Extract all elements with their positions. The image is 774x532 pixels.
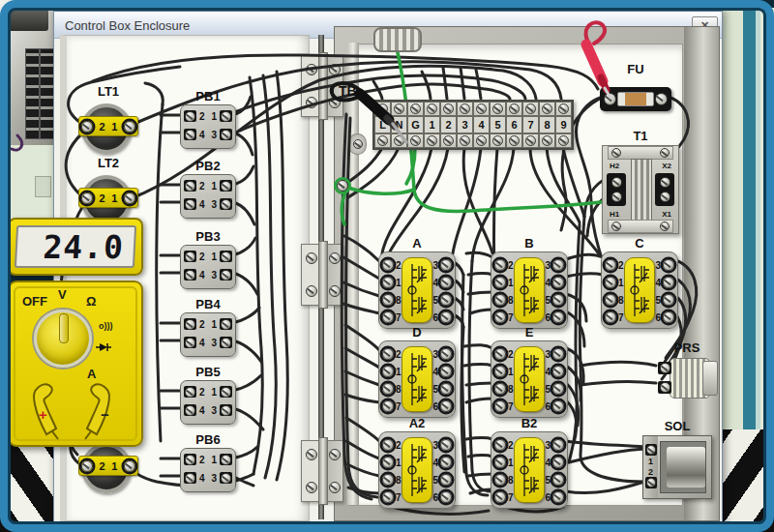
terminal-screw[interactable] — [605, 311, 616, 323]
terminal-screw[interactable] — [221, 455, 231, 465]
tb-screw[interactable] — [476, 103, 487, 114]
terminal-screw[interactable] — [221, 338, 231, 348]
terminal-screw[interactable] — [494, 311, 506, 323]
relay-e[interactable]: E 2 1 8 7 3 4 5 6 — [491, 340, 568, 418]
terminal-screw[interactable] — [124, 121, 135, 133]
terminal-screw[interactable] — [382, 366, 394, 377]
pushbutton-pb6[interactable]: PB6 21 43 — [180, 448, 236, 492]
tb-screw[interactable] — [427, 103, 437, 114]
terminal-screw[interactable] — [494, 383, 506, 395]
tb-screw[interactable] — [542, 135, 552, 146]
pushbutton-pb1[interactable]: PB1 21 43 — [180, 104, 236, 149]
pushbutton-pb5[interactable]: PB5 21 43 — [180, 380, 236, 425]
tb-screw[interactable] — [394, 135, 404, 146]
tb-screw[interactable] — [427, 135, 437, 146]
multimeter-body[interactable]: OFF V Ω o))) A + − — [8, 281, 143, 447]
terminal-screw[interactable] — [440, 439, 452, 451]
x-terminals[interactable] — [655, 173, 674, 206]
terminal-screw[interactable] — [185, 387, 195, 398]
terminal-screw[interactable] — [185, 199, 195, 210]
terminal-screw[interactable] — [646, 445, 656, 455]
terminal-screw[interactable] — [605, 277, 616, 288]
terminal-screw[interactable] — [185, 338, 195, 348]
ground-screw[interactable] — [337, 180, 348, 192]
terminal-screw[interactable] — [494, 348, 506, 360]
indicator-light-bottom[interactable]: 21 — [81, 443, 135, 493]
terminal-screw[interactable] — [382, 383, 394, 395]
relay-a2[interactable]: A2 2 1 8 7 3 4 5 6 — [378, 431, 456, 509]
terminal-screw[interactable] — [221, 405, 231, 416]
terminal-screw[interactable] — [440, 474, 452, 486]
pushbutton-pb3[interactable]: PB3 21 43 — [180, 245, 236, 289]
relay-b[interactable]: B 2 1 8 7 3 4 5 6 — [491, 251, 568, 329]
terminal-screw[interactable] — [552, 294, 564, 306]
terminal-screw[interactable] — [494, 277, 506, 288]
terminal-screw[interactable] — [494, 400, 506, 412]
solenoid-sol[interactable]: SOL 1 2 — [642, 435, 712, 499]
tb-screw[interactable] — [410, 103, 421, 114]
terminal-screw[interactable] — [185, 270, 195, 281]
terminal-screw[interactable] — [221, 181, 231, 192]
terminal-screw[interactable] — [221, 387, 231, 398]
terminal-screw[interactable] — [185, 130, 195, 140]
terminal-screw[interactable] — [440, 366, 452, 377]
terminal-screw[interactable] — [81, 192, 93, 204]
terminal-screw[interactable] — [185, 473, 195, 484]
fuse-fu[interactable]: FU — [600, 87, 671, 111]
terminal-screw[interactable] — [124, 192, 135, 204]
terminal-screw[interactable] — [663, 259, 674, 271]
terminal-screw[interactable] — [605, 294, 616, 306]
transformer-t1[interactable]: T1 H2 X2 H1 X1 — [602, 145, 679, 234]
terminal-screw[interactable] — [552, 400, 564, 412]
terminal-screw[interactable] — [382, 294, 394, 306]
terminal-screw[interactable] — [494, 474, 506, 486]
terminal-screw[interactable] — [382, 259, 394, 271]
terminal-screw[interactable] — [440, 348, 452, 360]
terminal-screw[interactable] — [221, 251, 231, 262]
terminal-screw[interactable] — [440, 457, 452, 468]
terminal-screw[interactable] — [185, 111, 195, 122]
meter-dial-knob[interactable] — [34, 310, 92, 368]
tb-screw[interactable] — [525, 135, 536, 146]
terminal-screw[interactable] — [663, 294, 674, 306]
tb-screw[interactable] — [509, 135, 520, 146]
terminal-screw[interactable] — [440, 491, 452, 503]
relay-c[interactable]: C 2 1 8 7 3 4 5 6 — [601, 251, 678, 329]
terminal-screw[interactable] — [494, 439, 506, 451]
terminal-screw[interactable] — [81, 121, 93, 133]
terminal-screw[interactable] — [440, 311, 452, 323]
terminal-screw[interactable] — [382, 277, 394, 288]
terminal-screw[interactable] — [185, 319, 195, 330]
terminal-screw[interactable] — [81, 460, 93, 472]
terminal-screw[interactable] — [552, 348, 564, 360]
terminal-screw[interactable] — [382, 439, 394, 451]
tb-screw[interactable] — [558, 135, 569, 146]
terminal-screw[interactable] — [660, 382, 670, 393]
terminal-screw[interactable] — [440, 294, 452, 306]
terminal-screw[interactable] — [552, 311, 564, 323]
terminal-screw[interactable] — [552, 474, 564, 486]
terminal-screw[interactable] — [494, 457, 506, 468]
tb-screw[interactable] — [525, 103, 536, 114]
terminal-screw[interactable] — [646, 478, 656, 488]
terminal-screw[interactable] — [494, 294, 506, 306]
tb-screw[interactable] — [377, 135, 388, 146]
terminal-block-tb[interactable]: LNG123456789 — [372, 100, 574, 150]
pushbutton-pb2[interactable]: PB2 21 43 — [180, 174, 236, 219]
terminal-screw[interactable] — [655, 93, 668, 105]
terminal-screw[interactable] — [552, 457, 564, 468]
terminal-screw[interactable] — [552, 366, 564, 377]
terminal-screw[interactable] — [382, 491, 394, 503]
indicator-light-lt1[interactable]: LT1 21 — [81, 103, 135, 154]
pressure-switch-prs[interactable]: PRS — [658, 356, 716, 399]
terminal-screw[interactable] — [382, 457, 394, 468]
tb-screw[interactable] — [492, 135, 503, 146]
terminal-screw[interactable] — [440, 259, 452, 271]
terminal-screw[interactable] — [382, 348, 394, 360]
terminal-screw[interactable] — [185, 181, 195, 192]
terminal-screw[interactable] — [604, 93, 616, 105]
h-terminals[interactable] — [607, 173, 626, 206]
terminal-screw[interactable] — [663, 311, 674, 323]
terminal-screw[interactable] — [605, 259, 616, 271]
terminal-screw[interactable] — [221, 270, 231, 281]
